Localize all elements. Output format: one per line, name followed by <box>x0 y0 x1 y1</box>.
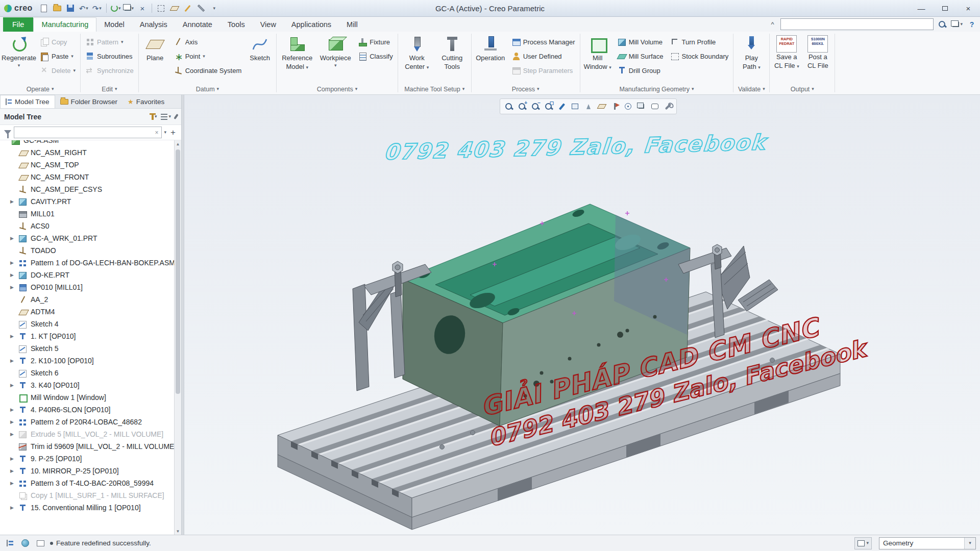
search-button[interactable] <box>936 19 948 30</box>
tree-item[interactable]: 10. MIRROR_P-25 [OP010] <box>0 465 181 477</box>
new-file-button[interactable] <box>38 2 50 14</box>
tree-item[interactable]: TOADO <box>0 244 181 257</box>
datum-plane-button[interactable]: Plane <box>141 33 169 81</box>
tree-expand-arrow[interactable] <box>10 432 18 437</box>
tree-expand-arrow[interactable] <box>10 260 18 265</box>
tree-item[interactable]: Mill Window 1 [Window] <box>0 391 181 404</box>
tree-item[interactable]: NC_ASM_DEF_CSYS <box>0 183 181 195</box>
classify-button[interactable]: Classify <box>355 49 396 63</box>
copy-button[interactable]: Copy <box>37 35 78 48</box>
delete-button[interactable]: Delete <box>37 64 78 77</box>
datum-display-filters-button[interactable] <box>596 101 607 112</box>
find-tool-button[interactable] <box>854 537 872 549</box>
open-file-button[interactable] <box>51 2 63 14</box>
operation-button[interactable]: Operation <box>474 33 507 81</box>
tree-item[interactable]: 4. P40R6-SLON [OP010] <box>0 404 181 416</box>
tree-expand-arrow[interactable] <box>10 272 18 278</box>
tree-item[interactable]: Pattern 3 of T-4LO-BAC-20R08_59994 <box>0 477 181 489</box>
tab-annotate[interactable]: Annotate <box>175 18 220 32</box>
work-center-button[interactable]: Work Center <box>400 33 434 81</box>
tree-expand-arrow[interactable] <box>10 419 18 424</box>
tab-mill[interactable]: Mill <box>339 18 365 32</box>
paste-button[interactable]: Paste <box>37 49 78 63</box>
drill-group-button[interactable]: Drill Group <box>615 64 666 77</box>
graphics-area[interactable]: + − ◻ 0792 403 279 Zalo, Facebook GIẢI P… <box>184 95 980 535</box>
refit-button[interactable]: ◻ <box>543 101 554 112</box>
tree-expand-arrow[interactable] <box>10 236 18 241</box>
scrollbar-thumb[interactable] <box>176 149 180 394</box>
regenerate-quick-button[interactable] <box>110 2 122 14</box>
command-search-input[interactable] <box>781 19 933 30</box>
maximize-button[interactable] <box>933 0 957 16</box>
save-button[interactable] <box>64 2 77 14</box>
group-label-components[interactable]: Components <box>279 84 396 94</box>
tree-item[interactable]: OP010 [MILL01] <box>0 281 181 293</box>
sketch-button[interactable]: Sketch <box>246 33 274 81</box>
post-cl-file-button[interactable]: S1000N 600X3. Post a CL File <box>803 33 832 81</box>
tab-applications[interactable]: Applications <box>284 18 339 32</box>
zoom-out-button[interactable]: − <box>529 101 541 112</box>
regenerate-button[interactable]: Regenerate <box>2 33 36 81</box>
process-manager-button[interactable]: Process Manager <box>509 35 578 48</box>
tree-expand-arrow[interactable] <box>10 505 18 510</box>
tree-expand-arrow[interactable] <box>10 407 18 412</box>
tree-item[interactable]: AA_2 <box>0 293 181 306</box>
turn-profile-button[interactable]: Turn Profile <box>668 35 731 48</box>
tree-item[interactable]: Sketch 5 <box>0 342 181 355</box>
tree-expand-arrow[interactable] <box>10 383 18 388</box>
workpiece-button[interactable]: Workpiece <box>317 33 354 81</box>
annotation-display-button[interactable] <box>609 101 621 112</box>
stock-boundary-button[interactable]: Stock Boundary <box>668 49 731 63</box>
tree-expand-arrow[interactable] <box>10 334 18 339</box>
tab-view[interactable]: View <box>253 18 284 32</box>
group-label-edit[interactable]: Edit <box>83 84 136 94</box>
group-label-machine-tool-setup[interactable]: Machine Tool Setup <box>400 84 469 94</box>
window-arrange-button[interactable] <box>951 19 964 30</box>
tree-filter-box[interactable]: × <box>14 127 162 138</box>
tree-item[interactable]: GC-A_WRK_01.PRT <box>0 232 181 244</box>
tab-tools[interactable]: Tools <box>220 18 253 32</box>
tree-item[interactable]: 15. Conventional Milling 1 [OP010] <box>0 502 181 514</box>
tab-model[interactable]: Model <box>96 18 132 32</box>
group-label-datum[interactable]: Datum <box>141 84 275 94</box>
step-parameters-button[interactable]: Step Parameters <box>509 64 578 77</box>
tree-expand-arrow[interactable] <box>10 456 18 461</box>
perspective-button[interactable] <box>582 101 594 112</box>
toggle-navigator-button[interactable] <box>4 538 15 549</box>
selection-box-button[interactable] <box>155 2 167 14</box>
group-label-process[interactable]: Process <box>474 84 578 94</box>
play-path-button[interactable]: Play Path <box>736 33 767 81</box>
coordinate-system-button[interactable]: Coordinate System <box>171 64 244 77</box>
tree-item[interactable]: Trim id 59609 [MILL_VOL_2 - MILL VOLUME] <box>0 440 181 453</box>
close-button[interactable]: × <box>957 0 980 16</box>
synchronize-button[interactable]: Synchronize <box>83 64 136 77</box>
tree-item[interactable]: ADTM4 <box>0 306 181 318</box>
customize-qat-button[interactable] <box>208 2 220 14</box>
notifications-button[interactable] <box>649 101 660 112</box>
datum-display-button[interactable] <box>168 2 181 14</box>
display-style-button[interactable] <box>569 101 581 112</box>
tree-expand-arrow[interactable] <box>10 285 18 290</box>
tree-item[interactable]: Sketch 4 <box>0 318 181 330</box>
subroutines-button[interactable]: Subroutines <box>83 49 136 63</box>
annotate-quick-button[interactable] <box>182 2 194 14</box>
add-filter-button[interactable]: + <box>169 128 177 138</box>
tree-expand-arrow[interactable] <box>10 468 18 473</box>
tree-filter-input[interactable] <box>14 127 153 138</box>
mill-surface-button[interactable]: Mill Surface <box>615 49 666 63</box>
group-label-operate[interactable]: Operate <box>2 84 78 94</box>
tree-item[interactable]: CAVITY.PRT <box>0 195 181 208</box>
save-cl-file-button[interactable]: RAPID FEDRAT Save a CL File <box>772 33 801 81</box>
tree-item[interactable]: 9. P-25 [OP010] <box>0 453 181 465</box>
tree-item[interactable]: DO-KE.PRT <box>0 269 181 281</box>
tree-item[interactable]: Pattern 1 of DO-GA-LECH-BAN-BOKEP.ASM <box>0 257 181 269</box>
reference-model-button[interactable]: Reference Model <box>279 33 315 81</box>
tree-expand-arrow[interactable] <box>10 199 18 204</box>
tree-item[interactable]: GC-A.ASM <box>0 140 181 146</box>
scroll-down-arrow[interactable]: ▼ <box>175 528 181 535</box>
toggle-browser-button[interactable] <box>19 538 31 549</box>
repaint-button[interactable] <box>556 101 568 112</box>
tree-item[interactable]: ACS0 <box>0 220 181 232</box>
tree-item[interactable]: MILL01 <box>0 208 181 220</box>
selection-filter-arrow[interactable] <box>964 538 975 549</box>
